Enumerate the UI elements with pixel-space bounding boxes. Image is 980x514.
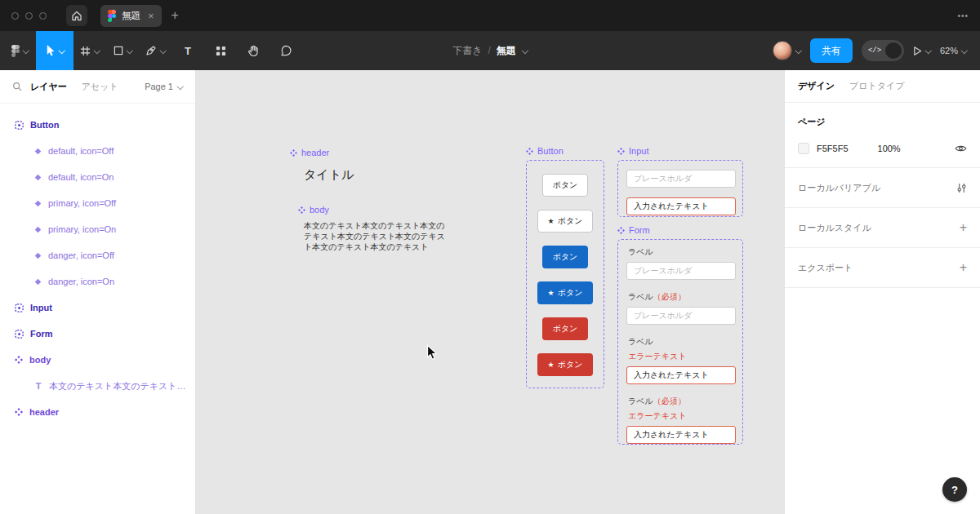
layer-row-variant[interactable]: danger, icon=On bbox=[0, 268, 195, 295]
button-danger-icon[interactable]: ★ボタン bbox=[537, 353, 594, 376]
visibility-eye-icon[interactable] bbox=[955, 144, 967, 153]
export-row[interactable]: エクスポート + bbox=[785, 248, 980, 288]
form-component-set[interactable]: Form ラベル プレースホルダ ラベル（必須） プレースホルダ ラベル エラー… bbox=[617, 239, 743, 445]
dev-mode-icon: </> bbox=[868, 47, 881, 55]
header-component-label[interactable]: header bbox=[290, 148, 329, 157]
local-variables-row[interactable]: ローカルバリアブル bbox=[785, 168, 980, 208]
body-paragraph-text[interactable]: 本文のテキスト本文のテキスト本文のテキスト本文のテキスト本文のテキスト本文のテキ… bbox=[304, 220, 452, 252]
header-title-text[interactable]: タイトル bbox=[304, 167, 354, 183]
form-field-label[interactable]: ラベル bbox=[628, 336, 734, 348]
toolbar-right: 共有 </> 62% bbox=[773, 38, 977, 63]
local-styles-row[interactable]: ローカルスタイル + bbox=[785, 208, 980, 248]
button-component-set[interactable]: Button ボタン ★ボタン ボタン ★ボタン ボタン ★ボタン bbox=[526, 160, 604, 388]
layer-row-variant[interactable]: primary, icon=Off bbox=[0, 190, 195, 216]
layer-row-body-component[interactable]: body bbox=[0, 347, 195, 373]
canvas[interactable]: header タイトル body 本文のテキスト本文のテキスト本文のテキスト本文… bbox=[196, 70, 784, 514]
present-button[interactable] bbox=[913, 46, 931, 56]
form-field-label[interactable]: ラベル（必須） bbox=[628, 291, 734, 303]
body-component-label[interactable]: body bbox=[298, 205, 329, 215]
layer-label: 本文のテキスト本文のテキスト… bbox=[49, 380, 186, 392]
dev-mode-toggle[interactable]: </> bbox=[862, 40, 904, 61]
button-primary-icon[interactable]: ★ボタン bbox=[537, 281, 594, 304]
layer-row-input-set[interactable]: Input bbox=[0, 295, 195, 321]
tab-assets[interactable]: アセット bbox=[82, 81, 118, 93]
chevron-down-icon[interactable] bbox=[522, 48, 528, 54]
resources-tool-button[interactable] bbox=[204, 31, 237, 70]
form-input[interactable]: プレースホルダ bbox=[626, 262, 736, 280]
breadcrumb-file-name[interactable]: 無題 bbox=[497, 44, 516, 58]
text-layer-icon: T bbox=[34, 381, 42, 391]
star-icon: ★ bbox=[548, 361, 555, 369]
form-set-label[interactable]: Form bbox=[617, 225, 650, 235]
shape-tool-button[interactable] bbox=[106, 31, 139, 70]
avatar[interactable] bbox=[773, 41, 792, 60]
button-primary[interactable]: ボタン bbox=[542, 246, 589, 268]
form-field-label[interactable]: ラベル bbox=[628, 246, 734, 258]
file-tab[interactable]: 無題 × bbox=[100, 5, 162, 27]
page-selector[interactable]: Page 1 bbox=[145, 82, 183, 91]
account-menu[interactable] bbox=[773, 41, 801, 60]
tab-prototype[interactable]: プロトタイプ bbox=[849, 80, 905, 92]
layer-label: Button bbox=[30, 120, 59, 130]
layer-label: danger, icon=Off bbox=[48, 250, 114, 260]
page-section-title: ページ bbox=[798, 116, 967, 128]
layer-row-variant[interactable]: default, icon=Off bbox=[0, 138, 195, 164]
comment-tool-button[interactable] bbox=[270, 31, 302, 70]
input-set-label[interactable]: Input bbox=[617, 146, 648, 156]
layer-row-header-component[interactable]: header bbox=[0, 399, 195, 425]
component-icon bbox=[526, 148, 533, 155]
layer-label: Input bbox=[30, 303, 52, 312]
layer-row-button-set[interactable]: Button bbox=[0, 112, 195, 138]
text-tool-icon: T bbox=[185, 45, 191, 57]
layer-row-variant[interactable]: primary, icon=On bbox=[0, 216, 195, 242]
chevron-down-icon bbox=[795, 48, 801, 54]
window-close-button[interactable] bbox=[11, 12, 19, 20]
variables-sliders-icon[interactable] bbox=[956, 183, 967, 193]
tab-layers[interactable]: レイヤー bbox=[30, 81, 67, 93]
breadcrumb-separator: / bbox=[488, 45, 490, 56]
hand-tool-button[interactable] bbox=[237, 31, 270, 70]
input-component-set[interactable]: Input プレースホルダ 入力されたテキスト bbox=[617, 160, 743, 217]
tab-title: 無題 bbox=[122, 10, 140, 22]
pen-tool-button[interactable] bbox=[139, 31, 172, 70]
section-title: ローカルスタイル bbox=[798, 222, 871, 234]
color-hex-value[interactable]: F5F5F5 bbox=[817, 144, 849, 153]
star-icon: ★ bbox=[548, 289, 555, 297]
close-tab-icon[interactable]: × bbox=[148, 10, 154, 22]
figma-app-window: 無題 × + ••• T 下書き / 無題 bbox=[0, 0, 980, 514]
search-icon[interactable] bbox=[12, 82, 22, 91]
button-default-icon[interactable]: ★ボタン bbox=[537, 210, 594, 233]
input-filled-variant[interactable]: 入力されたテキスト bbox=[626, 197, 736, 215]
button-danger[interactable]: ボタン bbox=[542, 317, 589, 340]
layer-row-form-set[interactable]: Form bbox=[0, 321, 195, 347]
breadcrumb-project[interactable]: 下書き bbox=[452, 44, 482, 58]
button-default[interactable]: ボタン bbox=[542, 174, 589, 197]
form-input-error[interactable]: 入力されたテキスト bbox=[626, 426, 736, 444]
input-placeholder-variant[interactable]: プレースホルダ bbox=[626, 170, 736, 188]
zoom-menu[interactable]: 62% bbox=[940, 46, 967, 55]
frame-tool-button[interactable] bbox=[74, 31, 106, 70]
main-menu-button[interactable] bbox=[3, 31, 36, 70]
layer-row-variant[interactable]: default, icon=On bbox=[0, 164, 195, 190]
color-swatch[interactable] bbox=[798, 143, 809, 154]
layer-row-variant[interactable]: danger, icon=Off bbox=[0, 242, 195, 268]
form-input[interactable]: プレースホルダ bbox=[626, 307, 736, 325]
text-tool-button[interactable]: T bbox=[172, 31, 204, 70]
share-button[interactable]: 共有 bbox=[810, 38, 853, 63]
new-tab-button[interactable]: + bbox=[172, 8, 179, 23]
add-export-icon[interactable]: + bbox=[960, 260, 967, 275]
help-button[interactable]: ? bbox=[942, 477, 967, 502]
breadcrumb[interactable]: 下書き / 無題 bbox=[452, 44, 528, 58]
home-button[interactable] bbox=[66, 5, 87, 26]
window-zoom-button[interactable] bbox=[39, 12, 47, 20]
window-minimize-button[interactable] bbox=[25, 12, 33, 20]
form-field-label[interactable]: ラベル（必須） bbox=[628, 396, 734, 407]
button-set-label[interactable]: Button bbox=[526, 146, 564, 156]
color-opacity-value[interactable]: 100% bbox=[878, 144, 901, 153]
add-style-icon[interactable]: + bbox=[960, 220, 967, 235]
overflow-menu-icon[interactable]: ••• bbox=[957, 11, 969, 20]
move-tool-button[interactable] bbox=[36, 31, 74, 70]
tab-design[interactable]: デザイン bbox=[798, 80, 835, 92]
layer-row-text[interactable]: T本文のテキスト本文のテキスト… bbox=[0, 373, 195, 399]
form-input-error[interactable]: 入力されたテキスト bbox=[626, 366, 736, 384]
